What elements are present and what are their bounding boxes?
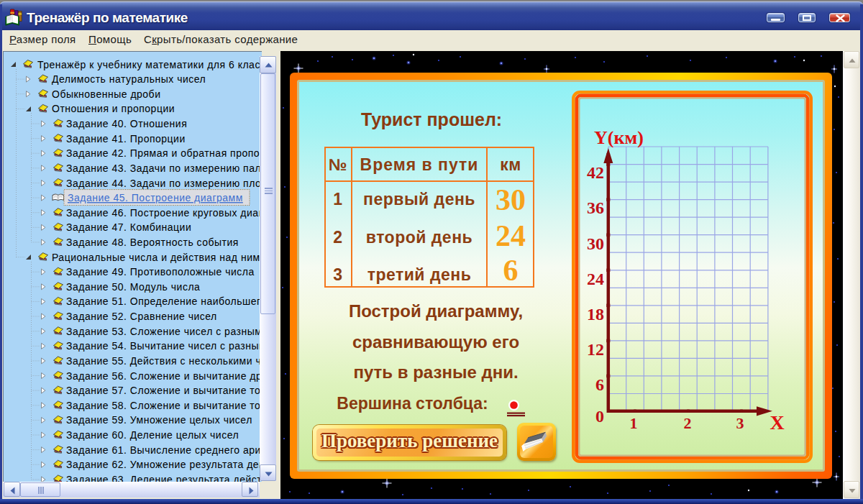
svg-text:Задание 57. Сложение и вычитан: Задание 57. Сложение и вычитание точных … bbox=[66, 385, 262, 396]
svg-text:Задание 59. Умножение целых чи: Задание 59. Умножение целых чисел bbox=[66, 414, 252, 426]
svg-text:42: 42 bbox=[587, 163, 604, 182]
svg-text:12: 12 bbox=[587, 340, 604, 359]
svg-text:1: 1 bbox=[630, 414, 638, 432]
svg-text:Задание 55. Действия с несколь: Задание 55. Действия с несколькими числа… bbox=[66, 355, 262, 367]
svg-text:Тренажёр к учебнику математики: Тренажёр к учебнику математики для 6 кла… bbox=[37, 59, 262, 70]
svg-text:Задание 47. Комбинации: Задание 47. Комбинации bbox=[66, 221, 191, 233]
svg-text:Задание 49. Противоположные чи: Задание 49. Противоположные числа bbox=[66, 266, 255, 278]
svg-text:Задание 42. Прямая и обратная: Задание 42. Прямая и обратная пропорцион… bbox=[66, 147, 262, 159]
svg-text:Задание 50. Модуль числа: Задание 50. Модуль числа bbox=[66, 281, 200, 293]
svg-text:Задание 58. Сложение и вычитан: Задание 58. Сложение и вычитание точных … bbox=[66, 400, 262, 411]
svg-text:Рациональные числа и действия: Рациональные числа и действия над ними bbox=[52, 252, 262, 263]
svg-text:Задание 46. Построение круговы: Задание 46. Построение круговых диаграмм bbox=[66, 207, 262, 219]
svg-text:Задание 63. Деление результата: Задание 63. Деление результата действий bbox=[66, 474, 262, 482]
svg-text:Задание 51. Определение наибол: Задание 51. Определение наибольшего числ… bbox=[66, 295, 262, 307]
svg-text:30: 30 bbox=[587, 234, 604, 253]
svg-text:Задание 48. Вероятность событи: Задание 48. Вероятность события bbox=[66, 237, 239, 248]
svg-text:Задание 52. Сравнение чисел: Задание 52. Сравнение чисел bbox=[66, 311, 217, 322]
svg-text:Задание 41. Пропорции: Задание 41. Пропорции bbox=[66, 133, 186, 145]
svg-text:Задание 45. Построение диаграм: Задание 45. Построение диаграмм bbox=[68, 192, 243, 203]
svg-text:Задание 62. Умножение результа: Задание 62. Умножение результата действи… bbox=[66, 459, 262, 470]
svg-text:Делимость натуральных чисел: Делимость натуральных чисел bbox=[52, 73, 206, 85]
svg-text:2: 2 bbox=[684, 414, 692, 432]
svg-text:Задание 61. Вычисление среднег: Задание 61. Вычисление среднего арифмети… bbox=[66, 444, 262, 456]
svg-text:6: 6 bbox=[595, 375, 604, 394]
svg-text:18: 18 bbox=[587, 305, 604, 324]
svg-text:Y(км): Y(км) bbox=[594, 127, 644, 148]
svg-text:Задание 60. Деление целых чисе: Задание 60. Деление целых чисел bbox=[66, 429, 239, 441]
svg-text:Задание 54. Вычитание чисел с: Задание 54. Вычитание чисел с разными зн… bbox=[66, 340, 262, 352]
svg-text:0: 0 bbox=[595, 407, 604, 426]
svg-text:Отношения и пропорции: Отношения и пропорции bbox=[52, 103, 175, 114]
svg-text:24: 24 bbox=[587, 270, 604, 288]
svg-text:36: 36 bbox=[587, 198, 604, 217]
svg-text:Обыкновенные дроби: Обыкновенные дроби bbox=[52, 88, 160, 100]
svg-text:Задание 56. Сложение и вычитан: Задание 56. Сложение и вычитание дробей bbox=[66, 370, 262, 382]
svg-text:Задание 44. Задачи по измерени: Задание 44. Задачи по измерению площадей bbox=[66, 178, 262, 189]
svg-text:3: 3 bbox=[736, 414, 744, 432]
svg-text:Задание 40. Отношения: Задание 40. Отношения bbox=[66, 118, 187, 129]
svg-text:X: X bbox=[770, 411, 784, 434]
svg-text:Задание 53. Сложение чисел с р: Задание 53. Сложение чисел с разными зна… bbox=[66, 326, 262, 337]
svg-text:Задание 43. Задачи по измерени: Задание 43. Задачи по измерению палаток bbox=[66, 162, 262, 174]
